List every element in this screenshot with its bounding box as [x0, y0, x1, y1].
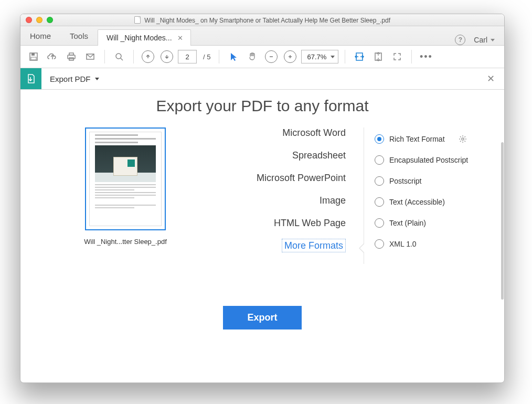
pointer-icon[interactable] — [226, 49, 241, 65]
export-button[interactable]: Export — [223, 306, 301, 329]
option-label: Text (Accessible) — [389, 198, 445, 206]
window-minimize-icon[interactable] — [36, 17, 42, 23]
option-eps[interactable]: Encapsulated Postscript — [375, 150, 504, 171]
svg-line-20 — [464, 141, 465, 142]
zoom-select[interactable]: 67.7% — [301, 50, 338, 63]
zoom-value: 67.7% — [307, 53, 326, 61]
svg-rect-1 — [31, 53, 35, 56]
thumbnail-filename: Will _Night...tter Sleep_.pdf — [57, 230, 194, 246]
option-text-plain[interactable]: Text (Plain) — [375, 212, 504, 233]
window-title: Will _Night Modes_ on My Smartphone or T… — [144, 17, 390, 24]
svg-rect-2 — [31, 57, 36, 60]
option-label: Encapsulated Postscript — [389, 156, 468, 164]
gear-icon[interactable] — [459, 135, 467, 143]
title-bar: Will _Night Modes_ on My Smartphone or T… — [20, 14, 504, 26]
svg-line-22 — [464, 136, 465, 137]
toolbar: / 5 67.7% — [20, 46, 504, 68]
option-xml[interactable]: XML 1.0 — [375, 233, 504, 254]
cloud-upload-icon[interactable] — [45, 49, 60, 65]
category-more-formats[interactable]: More Formats — [194, 240, 346, 251]
zoom-out-icon[interactable] — [263, 49, 279, 65]
tab-tools[interactable]: Tools — [60, 26, 98, 45]
app-window: Will _Night Modes_ on My Smartphone or T… — [20, 14, 505, 383]
option-rich-text[interactable]: Rich Text Format — [375, 129, 504, 150]
document-tab[interactable]: Will _Night Modes... ✕ — [98, 29, 190, 46]
radio-icon — [375, 218, 384, 228]
option-label: Rich Text Format — [389, 135, 445, 143]
zoom-in-icon[interactable] — [282, 49, 298, 65]
more-tools-icon[interactable]: ••• — [418, 49, 434, 65]
document-tab-label: Will _Night Modes... — [107, 34, 172, 42]
radio-icon — [375, 176, 384, 186]
search-icon[interactable] — [111, 49, 127, 65]
category-spreadsheet[interactable]: Spreadsheet — [194, 150, 346, 161]
page-number-input[interactable] — [178, 50, 197, 63]
option-postscript[interactable]: Postscript — [375, 171, 504, 192]
radio-icon — [375, 155, 384, 165]
export-heading: Export your PDF to any format — [20, 90, 504, 127]
caret-down-icon — [331, 56, 335, 58]
close-panel-icon[interactable]: ✕ — [487, 73, 504, 84]
fullscreen-icon[interactable] — [389, 49, 405, 65]
hand-pan-icon[interactable] — [244, 49, 260, 65]
svg-rect-4 — [69, 53, 73, 55]
svg-point-7 — [116, 54, 121, 59]
divider-arrow-icon — [359, 243, 364, 253]
option-text-accessible[interactable]: Text (Accessible) — [375, 192, 504, 212]
tab-close-icon[interactable]: ✕ — [177, 34, 183, 42]
category-image[interactable]: Image — [194, 195, 346, 206]
option-label: Text (Plain) — [389, 219, 426, 227]
scrollbar[interactable] — [501, 90, 504, 382]
format-category-list: Microsoft Word Spreadsheet Microsoft Pow… — [194, 127, 346, 251]
user-name: Carl — [474, 36, 487, 44]
caret-down-icon — [95, 78, 99, 80]
radio-icon — [375, 134, 384, 144]
export-tool-bar: Export PDF ✕ — [20, 68, 504, 90]
export-tool-dropdown[interactable]: Export PDF — [41, 75, 101, 83]
main-tabs: Home Tools Will _Night Modes... ✕ ? Carl — [20, 26, 504, 46]
user-menu[interactable]: Carl — [474, 36, 495, 44]
print-icon[interactable] — [63, 49, 79, 65]
document-icon — [134, 16, 141, 24]
tab-home[interactable]: Home — [20, 26, 60, 45]
category-divider — [364, 127, 364, 264]
option-label: Postscript — [389, 177, 421, 185]
svg-line-21 — [460, 141, 461, 142]
page-thumbnail[interactable] — [85, 127, 166, 230]
window-zoom-icon[interactable] — [47, 17, 53, 23]
svg-rect-3 — [68, 55, 75, 59]
category-powerpoint[interactable]: Microsoft PowerPoint — [194, 173, 346, 184]
caret-down-icon — [491, 39, 495, 41]
export-panel: Export your PDF to any format — [20, 90, 504, 382]
export-pdf-tool-icon — [20, 68, 41, 89]
prev-page-icon[interactable] — [140, 49, 156, 65]
page-thumbnail-preview — [89, 132, 162, 226]
fit-width-icon[interactable] — [352, 49, 367, 65]
scrollbar-thumb[interactable] — [501, 142, 504, 300]
svg-line-19 — [460, 136, 461, 137]
save-icon[interactable] — [26, 49, 41, 65]
export-tool-label: Export PDF — [50, 75, 91, 83]
help-icon[interactable]: ? — [455, 35, 465, 45]
mail-icon[interactable] — [82, 49, 98, 65]
category-word[interactable]: Microsoft Word — [194, 127, 346, 139]
next-page-icon[interactable] — [159, 49, 175, 65]
svg-point-14 — [461, 138, 463, 140]
page-total: / 5 — [200, 53, 212, 61]
fit-page-icon[interactable] — [370, 49, 386, 65]
option-label: XML 1.0 — [389, 240, 417, 248]
window-close-icon[interactable] — [26, 17, 32, 23]
radio-icon — [375, 239, 384, 249]
category-html[interactable]: HTML Web Page — [194, 218, 346, 229]
svg-line-8 — [121, 58, 123, 60]
radio-icon — [375, 197, 384, 207]
